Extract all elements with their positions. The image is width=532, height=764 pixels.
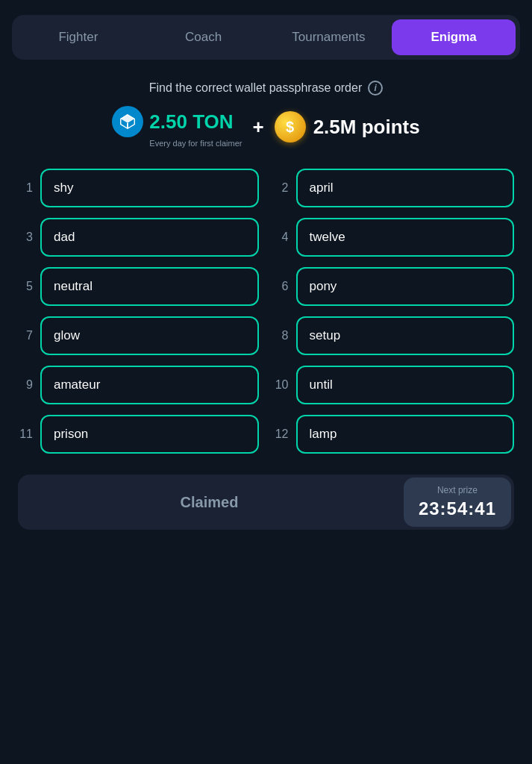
word-cell-4: 4 twelve (274, 218, 515, 257)
points-section: $ 2.5M points (275, 111, 420, 143)
word-number-2: 2 (274, 181, 289, 195)
word-number-6: 6 (274, 280, 289, 293)
points-amount: 2.5M points (313, 116, 420, 139)
next-prize-label: Next prize (437, 485, 478, 495)
word-number-1: 1 (18, 181, 33, 195)
word-number-11: 11 (18, 428, 33, 441)
next-prize-section: Next prize 23:54:41 (404, 478, 511, 527)
word-box-7[interactable]: glow (40, 316, 259, 355)
word-box-11[interactable]: prison (40, 415, 259, 454)
tab-coach[interactable]: Coach (142, 19, 266, 55)
word-box-9[interactable]: amateur (40, 366, 259, 404)
word-number-5: 5 (18, 280, 33, 293)
ton-amount: 2.50 TON (149, 110, 233, 134)
tab-enigma[interactable]: Enigma (392, 19, 516, 55)
word-box-6[interactable]: pony (296, 267, 515, 306)
word-cell-5: 5 neutral (18, 267, 259, 306)
countdown-timer: 23:54:41 (419, 498, 496, 519)
word-number-10: 10 (274, 378, 289, 392)
word-cell-11: 11 prison (18, 415, 259, 454)
word-number-12: 12 (274, 428, 289, 441)
word-number-4: 4 (274, 231, 289, 244)
word-number-8: 8 (274, 329, 289, 342)
word-cell-3: 3 dad (18, 218, 259, 257)
ton-logo-icon (112, 106, 143, 137)
bottom-bar: Claimed Next prize 23:54:41 (18, 475, 514, 530)
word-box-10[interactable]: until (296, 366, 515, 404)
ton-subtitle: Every day for first claimer (149, 139, 242, 148)
header-title-text: Find the correct wallet passphrase order (149, 81, 362, 95)
header-title: Find the correct wallet passphrase order… (12, 81, 520, 96)
word-box-4[interactable]: twelve (296, 218, 515, 257)
word-number-7: 7 (18, 329, 33, 342)
word-cell-10: 10 until (274, 366, 515, 404)
word-cell-9: 9 amateur (18, 366, 259, 404)
word-box-8[interactable]: setup (296, 316, 515, 355)
word-cell-6: 6 pony (274, 267, 515, 306)
word-grid: 1 shy 2 april 3 dad 4 twelve 5 neutral 6… (18, 169, 514, 454)
word-box-5[interactable]: neutral (40, 267, 259, 306)
word-box-3[interactable]: dad (40, 218, 259, 257)
header-section: Find the correct wallet passphrase order… (12, 81, 520, 148)
tab-tournaments[interactable]: Tournaments (267, 19, 391, 55)
claimed-button[interactable]: Claimed (18, 475, 401, 530)
tab-bar: Fighter Coach Tournaments Enigma (12, 15, 520, 60)
word-box-1[interactable]: shy (40, 169, 259, 207)
tab-fighter[interactable]: Fighter (16, 19, 140, 55)
ton-main: 2.50 TON (112, 106, 233, 137)
info-icon[interactable]: i (368, 81, 383, 96)
word-cell-7: 7 glow (18, 316, 259, 355)
word-box-12[interactable]: lamp (296, 415, 515, 454)
word-number-3: 3 (18, 231, 33, 244)
word-box-2[interactable]: april (296, 169, 515, 207)
prize-row: 2.50 TON Every day for first claimer + $… (12, 106, 520, 148)
word-cell-2: 2 april (274, 169, 515, 207)
app-container: Fighter Coach Tournaments Enigma Find th… (0, 0, 532, 764)
word-cell-8: 8 setup (274, 316, 515, 355)
coin-icon: $ (275, 111, 306, 143)
word-cell-12: 12 lamp (274, 415, 515, 454)
word-cell-1: 1 shy (18, 169, 259, 207)
plus-sign: + (252, 116, 263, 139)
ton-section: 2.50 TON Every day for first claimer (112, 106, 242, 148)
word-number-9: 9 (18, 378, 33, 392)
